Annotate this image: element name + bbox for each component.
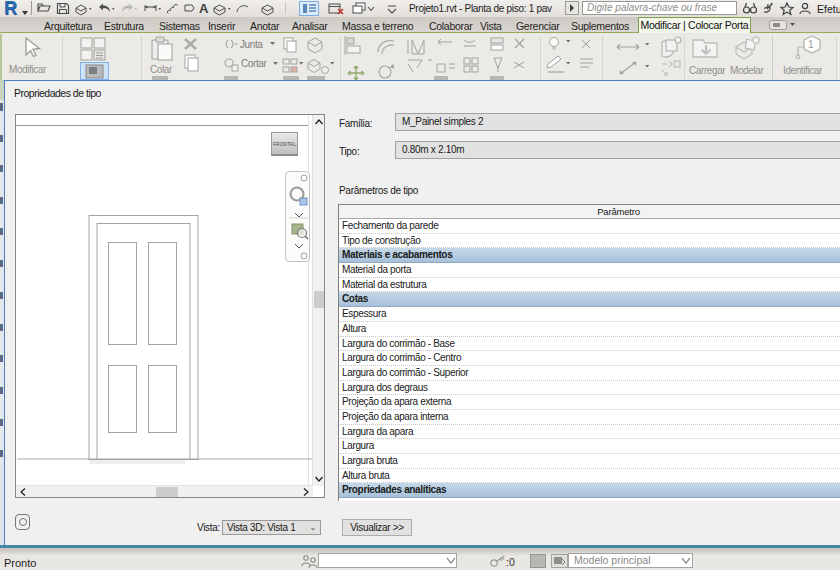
svg-text:A: A <box>199 1 209 16</box>
svg-text:1: 1 <box>808 39 814 50</box>
